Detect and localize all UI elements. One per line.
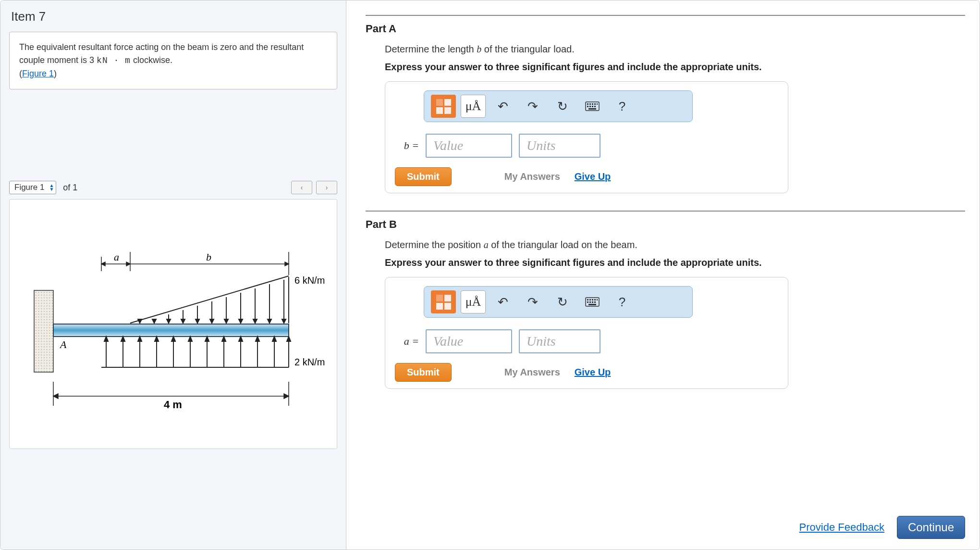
part-a-instruction: Express your answer to three significant… <box>385 62 965 73</box>
svg-rect-86 <box>592 301 593 303</box>
uniform-load-label: 2 kN/m <box>294 357 325 367</box>
stepper-icon: ▲▼ <box>49 184 54 191</box>
svg-marker-37 <box>155 337 159 341</box>
part-b-answer-box: μÅ ↶ ↷ ↻ ? a = Submit My Answers <box>385 277 788 389</box>
reset-icon: ↻ <box>557 99 568 114</box>
help-button[interactable]: ? <box>610 290 635 313</box>
svg-rect-82 <box>594 299 596 300</box>
divider <box>366 15 965 16</box>
svg-marker-23 <box>253 319 257 323</box>
svg-rect-73 <box>587 106 588 107</box>
svg-marker-25 <box>268 319 271 323</box>
part-a-submit-button[interactable]: Submit <box>395 167 452 186</box>
svg-rect-71 <box>594 103 596 105</box>
right-pane: Part A Determine the length b of the tri… <box>346 0 980 550</box>
part-a-give-up-link[interactable]: Give Up <box>575 171 611 182</box>
item-title: Item 7 <box>11 9 337 24</box>
svg-marker-49 <box>256 337 259 341</box>
units-symbol-button[interactable]: μÅ <box>461 95 486 118</box>
part-a-question: Determine the length b of the triangular… <box>385 44 965 55</box>
part-a-units-input[interactable] <box>519 134 600 158</box>
problem-statement: The equivalent resultant force acting on… <box>9 32 337 89</box>
peak-load-label: 6 kN/m <box>294 275 325 286</box>
templates-button[interactable] <box>431 95 456 118</box>
svg-marker-27 <box>282 319 286 323</box>
svg-rect-77 <box>588 108 596 110</box>
undo-button[interactable]: ↶ <box>490 95 515 118</box>
figure-select-label: Figure 1 <box>14 183 44 192</box>
svg-marker-66 <box>284 394 289 399</box>
svg-marker-43 <box>205 337 209 341</box>
svg-rect-4 <box>53 324 289 337</box>
part-b-units-input[interactable] <box>519 329 600 353</box>
part-b-heading: Part B <box>366 218 965 231</box>
svg-rect-72 <box>597 103 598 105</box>
beam-diagram: a b 6 kN/m 2 kN/m A <box>20 223 327 425</box>
units-symbol-button[interactable]: μÅ <box>461 290 486 313</box>
part-b-toolbar: μÅ ↶ ↷ ↻ ? <box>424 286 693 318</box>
reset-icon: ↻ <box>557 295 568 310</box>
svg-marker-53 <box>287 337 291 341</box>
svg-rect-3 <box>34 290 53 372</box>
redo-button[interactable]: ↷ <box>520 95 545 118</box>
svg-rect-87 <box>594 301 596 303</box>
figure-selector-bar: Figure 1 ▲▼ of 1 ‹ › <box>9 181 337 194</box>
undo-icon: ↶ <box>498 99 508 114</box>
svg-rect-69 <box>589 103 591 105</box>
svg-marker-41 <box>188 337 192 341</box>
svg-rect-70 <box>592 103 593 105</box>
part-a-heading: Part A <box>366 23 965 35</box>
help-button[interactable]: ? <box>610 95 635 118</box>
part-a-submit-row: Submit My Answers Give Up <box>395 167 778 186</box>
svg-line-5 <box>130 276 289 323</box>
part-a-my-answers: My Answers <box>504 171 560 182</box>
part-a-var-label: b = <box>395 139 419 152</box>
templates-button[interactable] <box>431 290 456 313</box>
part-a-body: Determine the length b of the triangular… <box>366 44 965 193</box>
svg-marker-31 <box>104 337 108 341</box>
part-b-submit-button[interactable]: Submit <box>395 363 452 382</box>
chevron-right-icon: › <box>326 184 328 191</box>
dim-a-label: a <box>114 251 119 263</box>
svg-rect-75 <box>592 106 593 107</box>
undo-button[interactable]: ↶ <box>490 290 515 313</box>
redo-button[interactable]: ↷ <box>520 290 545 313</box>
svg-marker-7 <box>138 319 142 323</box>
divider <box>366 211 965 212</box>
svg-marker-47 <box>239 337 243 341</box>
svg-rect-81 <box>592 299 593 300</box>
svg-rect-88 <box>588 304 596 305</box>
part-b-my-answers: My Answers <box>504 367 560 378</box>
svg-marker-17 <box>210 319 214 323</box>
keyboard-button[interactable] <box>580 290 605 313</box>
svg-rect-76 <box>594 106 596 107</box>
figure-link-suffix: ) <box>54 69 57 78</box>
keyboard-button[interactable] <box>580 95 605 118</box>
part-a-value-input[interactable] <box>426 134 512 158</box>
continue-button[interactable]: Continue <box>897 516 965 539</box>
svg-marker-21 <box>239 319 243 323</box>
figure-select[interactable]: Figure 1 ▲▼ <box>9 181 56 194</box>
provide-feedback-link[interactable]: Provide Feedback <box>799 521 884 534</box>
reset-button[interactable]: ↻ <box>550 95 575 118</box>
figure-next-button[interactable]: › <box>316 181 337 194</box>
figure-canvas: a b 6 kN/m 2 kN/m A <box>9 199 337 449</box>
svg-marker-57 <box>101 262 105 266</box>
svg-marker-65 <box>53 394 58 399</box>
figure-link[interactable]: Figure 1 <box>22 69 54 78</box>
part-b-give-up-link[interactable]: Give Up <box>575 367 611 378</box>
app-root: Item 7 The equivalent resultant force ac… <box>0 0 980 550</box>
svg-marker-39 <box>172 337 175 341</box>
part-b-body: Determine the position a of the triangul… <box>366 239 965 389</box>
svg-rect-68 <box>587 103 588 105</box>
figure-prev-button[interactable]: ‹ <box>291 181 312 194</box>
svg-marker-35 <box>138 337 142 341</box>
bottom-bar: Provide Feedback Continue <box>799 516 965 539</box>
part-b-value-input[interactable] <box>426 329 512 353</box>
figure-of-text: of 1 <box>63 183 77 193</box>
dim-b-label: b <box>206 251 211 263</box>
left-pane: Item 7 The equivalent resultant force ac… <box>0 0 346 550</box>
reset-button[interactable]: ↻ <box>550 290 575 313</box>
svg-marker-45 <box>222 337 226 341</box>
svg-rect-85 <box>589 301 591 303</box>
